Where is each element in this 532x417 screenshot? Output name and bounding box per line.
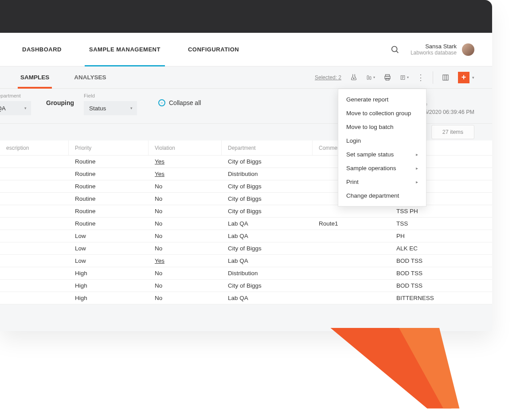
dropdown-item[interactable]: Sample operations▸	[338, 161, 426, 175]
dropdown-item-label: Login	[346, 137, 361, 144]
columns-icon[interactable]	[441, 73, 450, 82]
dropdown-item[interactable]: Print▸	[338, 175, 426, 189]
table-cell: BOD TSS	[395, 267, 483, 279]
sub-nav: SAMPLES ANALYSES Selected: 2 ⋮ + ▾	[0, 66, 492, 89]
user-block[interactable]: Sansa Stark Labworks database	[411, 43, 474, 56]
table-cell	[313, 205, 395, 217]
table-cell: High	[69, 292, 149, 304]
svg-rect-6	[386, 78, 389, 80]
table-cell: High	[69, 280, 149, 292]
table-cell: BOD TSS	[395, 280, 483, 292]
subtab-analyses[interactable]: ANALYSES	[71, 66, 109, 88]
user-name: Sansa Stark	[411, 43, 457, 50]
col-description[interactable]: escription	[0, 140, 69, 155]
svg-rect-2	[367, 75, 368, 79]
table-cell: City of Biggs	[222, 280, 313, 292]
table-cell	[0, 156, 69, 168]
add-button-caret[interactable]: ▾	[472, 75, 474, 80]
dropdown-item[interactable]: Move to log batch	[338, 120, 426, 134]
subtab-samples[interactable]: SAMPLES	[18, 66, 52, 88]
toolbar-divider	[433, 71, 433, 84]
table-cell: City of Biggs	[222, 242, 313, 254]
collapse-icon: −	[158, 99, 165, 106]
item-count-chip: 27 items	[431, 125, 474, 139]
filter-field-label: Field	[84, 93, 137, 98]
table-cell	[0, 267, 69, 279]
table-cell	[313, 242, 395, 254]
dropdown-item[interactable]: Change department	[338, 189, 426, 203]
table-row[interactable]: HighNoCity of BiggsBOD TSS	[0, 280, 492, 292]
table-cell	[0, 242, 69, 254]
table-cell: City of Biggs	[222, 193, 313, 205]
table-cell: No	[149, 193, 222, 205]
add-button[interactable]: +	[458, 72, 469, 83]
export-icon[interactable]	[400, 73, 409, 82]
app-footer-area	[0, 304, 492, 331]
table-cell	[0, 193, 69, 205]
actions-dropdown: Generate reportMove to collection groupM…	[338, 89, 426, 207]
dropdown-item[interactable]: Login	[338, 134, 426, 148]
nav-tab-configuration[interactable]: CONFIGURATION	[184, 33, 243, 66]
lab-tool-icon[interactable]	[366, 73, 375, 82]
table-cell	[313, 267, 395, 279]
filter-dept-select[interactable]: b QA	[0, 101, 31, 115]
col-department[interactable]: Department	[222, 140, 313, 155]
chevron-right-icon: ▸	[416, 179, 418, 184]
nav-tab-sample-management[interactable]: SAMPLE MANAGEMENT	[85, 33, 165, 66]
nav-tab-dashboard[interactable]: DASHBOARD	[18, 33, 66, 66]
table-cell: No	[149, 180, 222, 192]
dropdown-item[interactable]: Generate report	[338, 93, 426, 106]
table-cell: No	[149, 205, 222, 217]
flask-download-icon[interactable]	[349, 73, 358, 82]
table-row[interactable]: LowNoLab QAPH	[0, 230, 492, 242]
table-row[interactable]: HighNoLab QABITTERNESS	[0, 292, 492, 304]
search-icon[interactable]	[390, 45, 400, 55]
table-cell	[0, 280, 69, 292]
chevron-right-icon: ▸	[416, 166, 418, 171]
table-cell: Distribution	[222, 267, 313, 279]
table-cell	[0, 168, 69, 180]
table-cell: BOD TSS	[395, 255, 483, 267]
table-cell	[0, 218, 69, 230]
col-violation[interactable]: Violation	[149, 140, 222, 155]
selected-count-link[interactable]: Selected: 2	[315, 74, 341, 81]
table-cell: Routine	[69, 205, 149, 217]
table-cell	[313, 255, 395, 267]
svg-line-1	[396, 51, 398, 52]
dropdown-item[interactable]: Move to collection group	[338, 106, 426, 120]
table-row[interactable]: RoutineNoCity of BiggsTSS PH	[0, 205, 492, 218]
main-nav: DASHBOARD SAMPLE MANAGEMENT CONFIGURATIO…	[0, 33, 492, 66]
print-icon[interactable]	[383, 73, 392, 82]
table-cell: Routine	[69, 193, 149, 205]
table-cell: PH	[395, 230, 483, 242]
table-cell	[0, 255, 69, 267]
table-cell: ALK EC	[395, 242, 483, 254]
more-menu-icon[interactable]: ⋮	[417, 73, 425, 82]
table-cell[interactable]: Yes	[149, 156, 222, 168]
table-row[interactable]: LowNoCity of BiggsALK EC	[0, 242, 492, 255]
svg-rect-3	[370, 76, 371, 79]
table-cell: Low	[69, 230, 149, 242]
avatar[interactable]	[462, 43, 474, 56]
filter-dept-label: ple department	[0, 93, 31, 98]
table-cell	[313, 280, 395, 292]
collapse-all-label: Collapse all	[169, 99, 201, 106]
table-cell	[0, 205, 69, 217]
table-row[interactable]: HighNoDistributionBOD TSS	[0, 267, 492, 280]
table-cell: High	[69, 267, 149, 279]
table-cell: City of Biggs	[222, 180, 313, 192]
filter-field-select[interactable]: Status	[84, 101, 137, 115]
table-cell: Lab QA	[222, 230, 313, 242]
svg-marker-12	[330, 328, 451, 409]
table-row[interactable]: LowYesLab QABOD TSS	[0, 255, 492, 267]
window-titlebar	[0, 0, 492, 33]
col-priority[interactable]: Priority	[69, 140, 149, 155]
dropdown-item-label: Change department	[346, 192, 399, 199]
table-cell: City of Biggs	[222, 156, 313, 168]
collapse-all-button[interactable]: − Collapse all	[158, 99, 201, 109]
table-cell[interactable]: Yes	[149, 255, 222, 267]
table-cell: TSS	[395, 218, 483, 230]
table-cell[interactable]: Yes	[149, 168, 222, 180]
dropdown-item[interactable]: Set sample status▸	[338, 148, 426, 161]
table-row[interactable]: RoutineNoLab QARoute1TSS	[0, 218, 492, 230]
